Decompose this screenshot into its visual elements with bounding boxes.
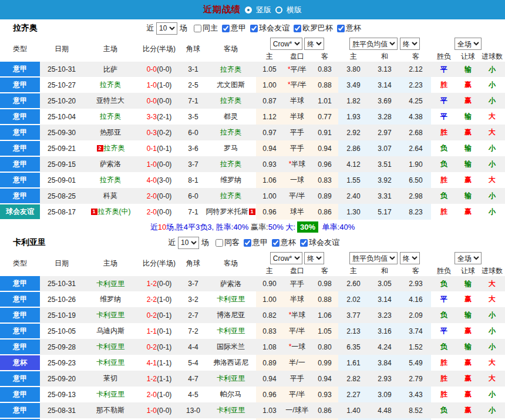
league-filter-label[interactable]: 意杯: [281, 237, 296, 248]
odds-final-select[interactable]: 终: [304, 252, 324, 264]
halftime-score: (1-0): [157, 295, 171, 304]
same-venue-checkbox[interactable]: [194, 25, 201, 32]
summary-segment: 大:: [284, 223, 295, 231]
scope-select-cell: 全场: [431, 36, 505, 52]
league-filter-checkbox[interactable]: [244, 239, 251, 247]
results-table: 类型日期主场比分(半场)角球客场Crow* 终胜平负均值 终全场主盘口客主和客胜…: [0, 250, 505, 420]
result-cell: 胜: [431, 355, 457, 371]
avg-away-cell: 1.90: [400, 156, 431, 172]
halftime-score: (2-1): [157, 113, 171, 121]
rank-badge: 2: [97, 145, 103, 152]
home-team-cell: 拉齐奥: [83, 77, 137, 93]
goals-cell: 小: [479, 156, 505, 172]
handicap-value: 平手: [290, 144, 304, 152]
avg-final-select[interactable]: 终: [400, 38, 420, 50]
corner-cell: 2-5: [181, 77, 206, 93]
league-filter-label[interactable]: 意甲: [253, 237, 268, 248]
away-team-cell: 维罗纳: [206, 172, 256, 188]
same-venue-checkbox[interactable]: [216, 239, 223, 247]
home-team-cell: 卡利亚里: [83, 339, 137, 355]
avg-draw-cell: 3.28: [369, 109, 400, 125]
horizontal-layout-label[interactable]: 横版: [287, 5, 302, 15]
avg-home-cell: 2.60: [338, 276, 369, 291]
avg-draw-cell: 3.51: [369, 156, 400, 172]
avg-type-select[interactable]: 胜平负均值: [349, 252, 398, 264]
league-filter-checkbox[interactable]: [337, 25, 345, 32]
home-team-cell: 拉齐奥: [83, 109, 137, 125]
league-filter-checkbox[interactable]: [294, 25, 301, 32]
odds-away-cell: 0.96: [311, 156, 338, 172]
match-row: 意甲25-09-30热那亚0-3(0-2)6-0拉齐奥0.97平手0.912.9…: [0, 125, 505, 140]
col-header-date: 日期: [40, 36, 83, 62]
home-team-cell: 卡利亚里: [83, 307, 137, 323]
handicap-value: 半球: [291, 311, 305, 319]
league-filter-label[interactable]: 欧罗巴杯: [302, 23, 333, 33]
home-team-cell: 卡利亚里: [83, 355, 137, 371]
goals-cell: 小: [479, 323, 505, 339]
odds-away-cell: 1.05: [311, 323, 338, 339]
away-team-cell: 卡利亚里: [206, 323, 256, 339]
col-header-handicap: 盘口: [283, 266, 311, 276]
odds-away-cell: 0.93: [311, 387, 338, 402]
handicap-value: 平手: [290, 128, 304, 136]
away-team-name: 帕尔马: [220, 390, 241, 398]
same-venue-label[interactable]: 同客: [224, 237, 240, 248]
date-cell: 25-10-26: [40, 291, 83, 307]
home-team-cell: 乌迪内斯: [83, 323, 137, 339]
date-cell: 25-10-19: [40, 307, 83, 323]
odds-home-cell: 0.83: [256, 323, 283, 339]
handicap-cell: 半球: [283, 93, 311, 109]
league-filter-checkbox[interactable]: [222, 25, 230, 32]
vertical-layout-radio[interactable]: [245, 6, 252, 14]
fulltime-score: 1-2: [147, 375, 157, 383]
league-filter-checkbox[interactable]: [250, 25, 258, 32]
odds-home-cell: 0.93: [256, 156, 283, 172]
away-team-name: 尤文图斯: [217, 80, 245, 89]
halftime-score: (3-0): [157, 176, 171, 184]
col-header-score: 比分(半场): [137, 36, 181, 62]
away-team-name: 卡利亚里: [217, 327, 245, 335]
away-team-name: 拉齐奥: [220, 65, 241, 73]
odds-home-cell: 1.12: [256, 109, 283, 125]
avg-away-cell: 2.09: [400, 307, 431, 323]
date-cell: 25-10-20: [40, 93, 83, 109]
avg-home-cell: 2.40: [338, 188, 369, 204]
odds-final-select[interactable]: 终: [304, 38, 324, 50]
same-venue-label[interactable]: 同主: [203, 23, 218, 33]
fulltime-score: 2-2: [147, 295, 157, 304]
section-filter-row: 拉齐奥近10场同主意甲球会友谊欧罗巴杯意杯: [0, 21, 505, 36]
avg-type-select[interactable]: 胜平负均值: [349, 38, 398, 50]
league-filter-label[interactable]: 球会友谊: [259, 23, 289, 33]
odds-company-select[interactable]: Crow*: [270, 252, 302, 264]
scope-select[interactable]: 全场: [455, 38, 482, 50]
odds-company-select[interactable]: Crow*: [270, 38, 302, 50]
league-filter-label[interactable]: 意甲: [231, 23, 246, 33]
horizontal-layout-radio[interactable]: [275, 6, 282, 14]
match-row: 球会友谊25-08-171拉齐奥(中)2-0(0-0)7-1阿特罗米托斯10.9…: [0, 204, 505, 220]
result-cell: 胜: [431, 125, 457, 140]
near-games-select[interactable]: 10: [178, 237, 199, 249]
near-games-select[interactable]: 10: [156, 22, 177, 35]
league-filter-checkbox[interactable]: [300, 239, 308, 247]
halftime-score: (1-0): [157, 391, 171, 399]
avg-away-cell: 4.25: [400, 93, 431, 109]
away-team-name: 都灵: [224, 112, 238, 120]
avg-final-select[interactable]: 终: [400, 252, 420, 264]
scope-select[interactable]: 全场: [455, 252, 482, 264]
home-team-name: 卡利亚里: [96, 280, 124, 288]
league-filter-label[interactable]: 意杯: [346, 23, 361, 33]
vertical-layout-label[interactable]: 竖版: [256, 5, 271, 15]
avg-draw-cell: 3.23: [369, 307, 400, 323]
match-row: 意甲25-10-27拉齐奥1-0(1-0)2-5尤文图斯1.00*平/半0.88…: [0, 77, 505, 93]
scope-select-cell: 全场: [431, 250, 505, 266]
result-cell: 胜: [431, 371, 457, 387]
match-row: 意甲25-09-15萨索洛1-0(0-0)3-7拉齐奥0.93*半球0.964.…: [0, 156, 505, 172]
corner-cell: 6-0: [181, 125, 206, 140]
handicap-value: 半/一: [289, 358, 305, 367]
goals-cell: 小: [479, 93, 505, 109]
avg-home-cell: 6.35: [338, 339, 369, 355]
home-team-name: 卡利亚里: [96, 358, 124, 367]
league-filter-checkbox[interactable]: [272, 239, 280, 247]
league-cell: 意甲: [0, 172, 40, 188]
league-filter-label[interactable]: 球会友谊: [309, 237, 339, 248]
